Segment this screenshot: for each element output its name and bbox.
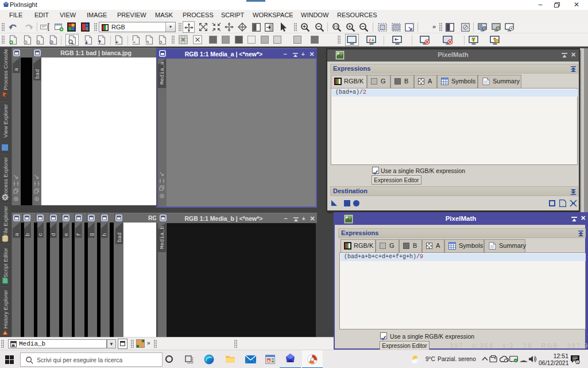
svg-text:4: 4	[372, 38, 374, 42]
svg-text:1: 1	[577, 361, 579, 364]
svg-text:2: 2	[369, 38, 371, 42]
